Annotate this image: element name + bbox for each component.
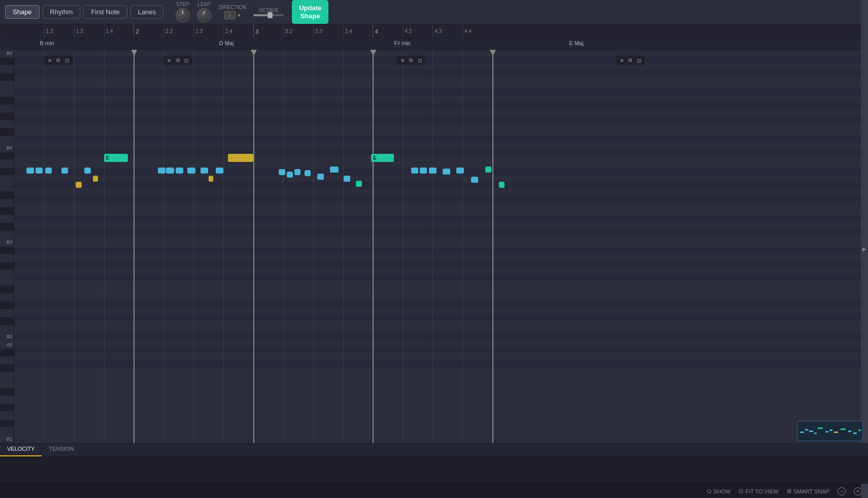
block-expand-btn[interactable]: ⊡ [183, 57, 190, 64]
piano-key-black[interactable] [0, 396, 14, 404]
piano-key-B3[interactable]: B3 [0, 239, 14, 247]
piano-key-black[interactable] [0, 364, 14, 373]
piano-key-black[interactable] [0, 427, 14, 436]
piano-key-black[interactable] [0, 325, 14, 334]
midi-note[interactable] [499, 182, 505, 188]
block-expand-btn[interactable]: ⊡ [416, 57, 423, 64]
midi-note[interactable] [411, 168, 418, 174]
piano-key-black[interactable] [0, 168, 14, 176]
scroll-right-grid[interactable]: ▶ [861, 50, 868, 443]
midi-note[interactable] [287, 172, 293, 178]
block-expand-btn[interactable]: ⊡ [63, 57, 71, 64]
tab-rhythm[interactable]: Rhythm [43, 5, 81, 19]
piano-key-black[interactable] [0, 160, 14, 168]
midi-note[interactable] [279, 169, 285, 175]
direction-selector[interactable]: ↕ ▾ [224, 11, 241, 19]
fit-to-view-btn[interactable]: ⊡ FIT TO VIEW [739, 488, 778, 494]
midi-note[interactable] [228, 154, 253, 162]
piano-key-B2[interactable]: B2 [0, 333, 14, 341]
block-close-btn[interactable]: ✕ [165, 57, 173, 64]
midi-note[interactable] [216, 168, 223, 174]
tab-first-note[interactable]: First Note [83, 5, 127, 19]
midi-note[interactable] [420, 168, 427, 174]
block-expand-btn[interactable]: ⊡ [636, 57, 643, 64]
piano-key-black[interactable] [0, 302, 14, 310]
piano-key-black[interactable] [0, 294, 14, 302]
piano-key-black[interactable] [0, 278, 14, 286]
piano-key-black[interactable] [0, 176, 14, 184]
piano-key-black[interactable] [0, 137, 14, 145]
block-duplicate-btn[interactable]: ⧉ [408, 57, 415, 64]
midi-note[interactable] [317, 174, 324, 180]
midi-note[interactable] [201, 168, 208, 174]
piano-key-black[interactable] [0, 207, 14, 215]
piano-key-black[interactable] [0, 152, 14, 160]
piano-key-black[interactable] [0, 404, 14, 412]
step-knob[interactable] [176, 8, 190, 22]
piano-key-black[interactable] [0, 97, 14, 105]
piano-key-black[interactable] [0, 388, 14, 396]
midi-note[interactable] [356, 181, 362, 187]
midi-note[interactable] [45, 168, 52, 174]
update-shape-button[interactable]: UpdateShape [292, 0, 328, 24]
piano-key-A2[interactable]: A2 [0, 341, 14, 349]
piano-key-black[interactable] [0, 310, 14, 318]
midi-note[interactable] [176, 168, 183, 174]
timeline-ruler[interactable]: 1.21.31.422.22.32.433.23.33.444.24.34.4 [14, 24, 868, 39]
tab-velocity[interactable]: VELOCITY [0, 444, 42, 456]
piano-key-black[interactable] [0, 420, 14, 428]
piano-key-B5[interactable]: B5 [0, 50, 14, 58]
piano-key-black[interactable] [0, 74, 14, 82]
midi-note[interactable] [93, 176, 98, 182]
midi-note[interactable] [158, 168, 165, 174]
direction-icon[interactable]: ↕ [224, 11, 236, 19]
block-close-btn[interactable]: ✕ [46, 57, 53, 64]
midi-note[interactable] [429, 168, 436, 174]
piano-key-black[interactable] [0, 357, 14, 365]
block-duplicate-btn[interactable]: ⧉ [627, 57, 634, 64]
midi-note[interactable] [305, 170, 311, 176]
piano-key-black[interactable] [0, 286, 14, 294]
midi-note[interactable] [187, 168, 195, 174]
piano-key-black[interactable] [0, 113, 14, 121]
piano-key-B4[interactable]: B4 [0, 144, 14, 152]
piano-key-black[interactable] [0, 105, 14, 113]
midi-note[interactable]: E [104, 154, 128, 162]
midi-note[interactable] [166, 168, 174, 174]
piano-key-black[interactable] [0, 373, 14, 381]
piano-key-black[interactable] [0, 349, 14, 357]
midi-note[interactable] [84, 168, 91, 174]
midi-note[interactable] [485, 167, 491, 173]
midi-note[interactable] [26, 168, 34, 174]
piano-key-B1[interactable]: B1 [0, 436, 14, 444]
midi-note[interactable] [294, 169, 301, 175]
midi-note[interactable] [344, 176, 350, 182]
tab-tension[interactable]: TENSION [42, 444, 81, 456]
block-duplicate-btn[interactable]: ⧉ [174, 57, 181, 64]
midi-note[interactable] [456, 168, 463, 174]
piano-key-black[interactable] [0, 215, 14, 223]
piano-key-black[interactable] [0, 270, 14, 278]
note-grid[interactable]: ✕ ⧉ ⊡ ✕ ⧉ ⊡ ✕ ⧉ ⊡ ✕ ⧉ ⊡ EE [14, 50, 868, 443]
block-close-btn[interactable]: ✕ [618, 57, 625, 64]
piano-key-black[interactable] [0, 262, 14, 271]
piano-key-black[interactable] [0, 254, 14, 262]
midi-note[interactable] [330, 167, 339, 173]
piano-key-black[interactable] [0, 247, 14, 255]
block-close-btn[interactable]: ✕ [399, 57, 406, 64]
tab-lanes[interactable]: Lanes [130, 5, 163, 19]
piano-key-black[interactable] [0, 191, 14, 200]
midi-note[interactable] [36, 168, 42, 174]
block-duplicate-btn[interactable]: ⧉ [55, 57, 62, 64]
piano-key-black[interactable] [0, 121, 14, 129]
leap-knob[interactable] [197, 8, 211, 22]
zoom-out-btn[interactable]: − [838, 487, 846, 495]
midi-note[interactable] [209, 176, 213, 182]
piano-key-black[interactable] [0, 81, 14, 89]
piano-key-black[interactable] [0, 317, 14, 325]
show-toggle[interactable]: SHOW [707, 488, 730, 494]
piano-key-black[interactable] [0, 223, 14, 231]
octave-slider[interactable] [253, 14, 284, 16]
midi-note[interactable]: E [371, 154, 394, 162]
piano-key-black[interactable] [0, 89, 14, 97]
